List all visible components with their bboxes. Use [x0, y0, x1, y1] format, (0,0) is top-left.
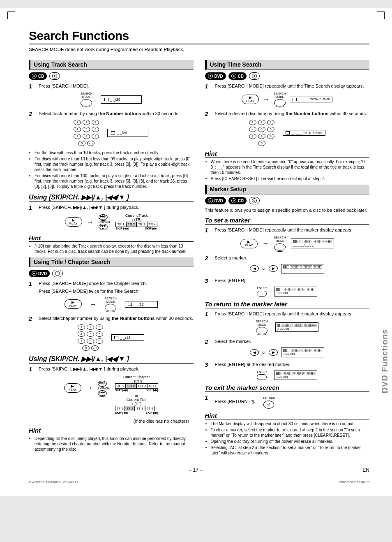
step-number: 2	[205, 338, 211, 345]
marker-intro: This feature allows you to assign a spec…	[205, 208, 370, 213]
left-arrow-button: ◀	[250, 349, 259, 356]
search-mode-button-fig: SEARCHMODE	[274, 92, 286, 107]
hint-heading: Hint	[29, 427, 194, 434]
badge-cd: CD	[228, 72, 247, 80]
enter-button-fig: ENTER	[257, 287, 267, 296]
search-mode-button-fig: SEARCHMODE	[274, 236, 286, 250]
arrow-icon: →	[263, 240, 269, 247]
lang-code: EN	[362, 467, 369, 473]
step-text: Press [SEARCH MODE] repeatedly until the…	[215, 83, 370, 90]
step-number: 1	[205, 83, 211, 90]
badge-disc-icon	[49, 72, 60, 80]
arrow-icon: →	[90, 301, 97, 308]
step-text: Select the marker.	[215, 338, 370, 345]
page-footer: – 17 – EN	[29, 467, 369, 473]
step-text: Press [SEARCH MODE].	[39, 83, 194, 90]
step-number: 2	[29, 111, 35, 117]
time-display: _:_ _:_ _ TOTAL 1:29:00	[283, 130, 325, 136]
play-button-fig: ▶PLAY	[242, 95, 259, 104]
intro-text: SEARCH MODE does not work during Program…	[29, 47, 369, 52]
badge-dvd: DVD	[29, 270, 50, 277]
crop-mark	[377, 12, 385, 19]
chapter-display: _ _/12	[111, 334, 144, 341]
hint-list: [+10] can also bring the Track search di…	[29, 243, 194, 254]
search-mode-button-fig: SEARCHMODE	[81, 92, 92, 107]
skipch-button-fig: ▶▶|/▲ SKIP/CH. |◀◀/▼	[98, 381, 110, 396]
arrow-icon: →	[263, 96, 270, 103]
step-text: Press [SEARCH MODE] once for the Chapter…	[39, 280, 194, 294]
crop-mark	[7, 12, 15, 19]
track-notes: For the disc with less than 10 tracks, p…	[29, 150, 194, 189]
left-arrow-button: ◀	[250, 265, 259, 272]
marker-display: ✓12345678910AC _ _ _ _ _:_ _:_ _	[281, 264, 324, 273]
step-number: 1	[29, 280, 35, 294]
step-number: 1	[205, 394, 211, 409]
step-number: 3	[205, 278, 211, 284]
arrow-icon: →	[87, 218, 94, 226]
hint-heading: Hint	[205, 150, 370, 158]
badge-disc-icon	[52, 270, 63, 277]
side-tab: DVD Functions	[380, 329, 390, 393]
step-text: Press [SEARCH MODE] repeatedly until the…	[215, 311, 370, 317]
hint-list: The Marker display will disappear in abo…	[205, 421, 370, 456]
step-number: 1	[205, 227, 211, 234]
step-text: Press [SKIP/CH. ▶▶|/▲, |◀◀/▼ ] during pl…	[39, 366, 194, 373]
subheading-set-marker: To set a marker	[205, 217, 370, 225]
section-header-title: Using Title / Chapter Search	[29, 257, 194, 267]
marker-display: ✓12345678910AC _ _ _ _ _:_ _:_ _	[291, 239, 334, 248]
step-number: 2	[205, 111, 211, 117]
chapter-display: _ _/12	[125, 301, 158, 308]
step-number: 1	[205, 311, 211, 317]
play-button-fig: ▶PLAY	[65, 217, 82, 227]
marker-display: ✓12345678910AC 1 0:12:01	[274, 371, 317, 380]
marker-display: ✓12345678910AC 1 0:12:01	[275, 322, 318, 332]
step-text: Press [SEARCH MODE] repeatedly until the…	[215, 227, 370, 234]
section-header-track: Using Track Search	[29, 60, 194, 70]
print-meta: MWD2206_E8A60UD_V2.indd 17 2005/12/27 12…	[29, 480, 369, 484]
step-number: 1	[29, 204, 35, 211]
step-number: 2	[29, 315, 35, 322]
return-button-fig: RETURN⏎	[263, 394, 275, 409]
subheading-skipch: Using [SKIP/CH. ▶▶|/▲, |◀◀/▼ ]	[29, 193, 194, 202]
left-column: Using Track Search CD 1 Press [SEARCH MO…	[29, 57, 194, 459]
badge-dvd: DVD	[205, 72, 226, 80]
page-title: Search Functions	[29, 29, 369, 44]
step-number: 2	[205, 255, 211, 262]
page-number: – 17 –	[189, 467, 202, 473]
badge-disc-icon	[249, 72, 260, 80]
track-display: _ _/29	[101, 95, 142, 104]
right-arrow-button: ▶	[269, 265, 278, 272]
play-button-fig: ▶PLAY	[240, 239, 258, 248]
play-button-fig: ▶PLAY	[64, 383, 81, 393]
marker-display: ✓12345678910AC 1 0:12:01	[281, 347, 324, 357]
track-line-fig: Current Track ↓ (TR) TR 1TR 2TR 3TR 4 SK…	[115, 213, 157, 230]
step-number: 1	[29, 83, 35, 90]
step-text: Press [ENTER].	[215, 278, 370, 284]
number-keypad: 123 456 789 0+10	[74, 120, 99, 146]
search-mode-button-fig: SEARCHMODE	[256, 320, 268, 334]
subheading-return-marker: To return to the marker later	[205, 301, 370, 308]
section-header-time: Using Time Search	[205, 60, 370, 70]
step-text: Select track number by using the Number …	[39, 111, 194, 117]
hint-heading: Hint	[205, 412, 370, 419]
subheading-skipch: Using [SKIP/CH. ▶▶|/▲, |◀◀/▼ ]	[29, 355, 194, 364]
hint-list: Depending on the disc being played, this…	[29, 436, 194, 452]
badge-dvd: DVD	[205, 197, 226, 204]
step-text: Press [ENTER] at the desired marker.	[215, 361, 370, 368]
or-label: or	[262, 350, 265, 354]
step-text: Press [SKIP/CH. ▶▶|/▲, |◀◀/▼ ] during pl…	[39, 204, 194, 211]
marker-display: ✓12345678910AC 1 0:12:01	[274, 287, 317, 296]
number-keypad: 123 456 789 0	[249, 120, 274, 146]
step-text: Press [RETURN ⏎]. RETURN⏎	[215, 394, 370, 409]
right-column: Using Time Search DVD CD 1 Press [SEARCH…	[205, 57, 370, 459]
enter-button-fig: ENTER	[257, 371, 267, 380]
track-display: _ _/29	[107, 129, 148, 137]
no-chapters-note: (If the disc has no chapters)	[29, 419, 194, 424]
search-mode-button-fig: SEARCHMODE	[105, 297, 117, 311]
hint-list: When there is no need to enter a number,…	[205, 159, 370, 181]
hint-heading: Hint	[29, 234, 194, 242]
number-keypad: 123 456 789 0+10	[78, 324, 103, 351]
step-text: Select title/chapter number by using the…	[39, 315, 194, 322]
play-button-fig: ▶PLAY	[65, 299, 82, 309]
section-header-marker: Marker Setup	[205, 185, 370, 195]
